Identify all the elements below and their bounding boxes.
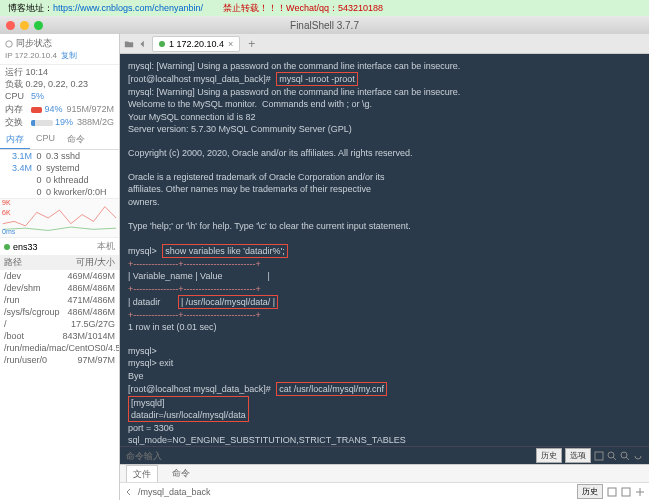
swap-pct: 19% — [55, 117, 75, 129]
sidebar: 同步状态 IP 172.20.10.4复制 运行 10:14 负载 0.29, … — [0, 34, 120, 500]
minimize-window[interactable] — [20, 21, 29, 30]
tab-files[interactable]: 文件 — [126, 465, 158, 483]
net-status-icon — [4, 244, 10, 250]
proc-tabs[interactable]: 内存CPU命令 — [0, 131, 119, 150]
cpu-pct: 5% — [31, 91, 51, 103]
refresh-icon[interactable] — [633, 451, 643, 461]
svg-rect-0 — [595, 452, 603, 460]
network-chart: 9K 6K 0ms — [0, 198, 119, 238]
header-banner: 博客地址：https://www.cnblogs.com/chenyanbin/… — [0, 0, 649, 16]
disk-list: 路径可用/大小 /dev469M/469M /dev/shm486M/486M … — [0, 255, 119, 366]
history-button[interactable]: 历史 — [536, 448, 562, 463]
p1-icon[interactable] — [607, 487, 617, 497]
path-input[interactable] — [138, 487, 573, 497]
maximize-window[interactable] — [34, 21, 43, 30]
blog-link[interactable]: https://www.cnblogs.com/chenyanbin/ — [53, 3, 203, 13]
p2-icon[interactable] — [621, 487, 631, 497]
p3-icon[interactable] — [635, 487, 645, 497]
mem-pct: 94% — [44, 104, 64, 116]
ip-address: IP 172.20.10.4 — [5, 51, 57, 60]
command-input[interactable] — [126, 451, 536, 461]
command-input-bar: 历史 选项 — [120, 446, 649, 464]
bottom-tabs: 文件 命令 — [120, 464, 649, 482]
close-window[interactable] — [6, 21, 15, 30]
options-button[interactable]: 选项 — [565, 448, 591, 463]
close-tab-icon[interactable]: × — [228, 39, 233, 49]
net-iface: ens33 — [13, 242, 38, 252]
t1-icon[interactable] — [594, 451, 604, 461]
back-arrow-icon[interactable] — [124, 487, 134, 497]
copy-button[interactable]: 复制 — [61, 51, 77, 60]
path-history-button[interactable]: 历史 — [577, 484, 603, 499]
svg-rect-4 — [622, 488, 630, 496]
zoom-in-icon[interactable] — [607, 451, 617, 461]
window-title: FinalShell 3.7.7 — [290, 20, 359, 31]
tab-bar: 1 172.20.10.4× + — [120, 34, 649, 54]
zoom-out-icon[interactable] — [620, 451, 630, 461]
banner-warning: 禁止转载！！！Wechat/qq：543210188 — [223, 2, 383, 15]
back-icon[interactable] — [138, 39, 148, 49]
load-avg: 负载 0.29, 0.22, 0.23 — [5, 79, 114, 91]
window-titlebar: FinalShell 3.7.7 — [0, 16, 649, 34]
folder-icon[interactable] — [124, 39, 134, 49]
tab-cmd[interactable]: 命令 — [166, 465, 196, 482]
svg-rect-3 — [608, 488, 616, 496]
path-bar: 历史 — [120, 482, 649, 500]
process-list: 3.1M00.3 sshd 3.4M0systemd 00 kthreadd 0… — [0, 150, 119, 198]
uptime: 运行 10:14 — [5, 67, 114, 79]
sync-icon — [5, 40, 13, 48]
sync-status: 同步状态 — [16, 37, 52, 50]
new-tab-button[interactable]: + — [244, 37, 259, 51]
terminal[interactable]: mysql: [Warning] Using a password on the… — [120, 54, 649, 446]
session-tab[interactable]: 1 172.20.10.4× — [152, 36, 240, 52]
